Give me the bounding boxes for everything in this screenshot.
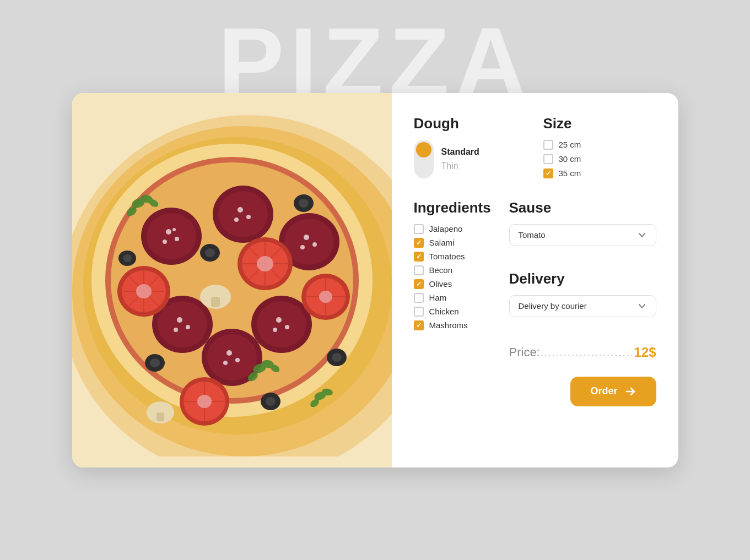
svg-point-24 — [177, 317, 182, 323]
svg-point-43 — [136, 284, 152, 298]
delivery-dropdown[interactable]: Delivery by courier — [509, 295, 656, 317]
chevron-down-icon — [637, 230, 647, 240]
svg-point-28 — [257, 301, 306, 347]
svg-point-15 — [246, 215, 251, 219]
ingredient-label-becon: Becon — [429, 265, 453, 275]
ingredient-checkbox-olives[interactable] — [414, 279, 424, 289]
svg-point-62 — [205, 248, 215, 257]
svg-point-21 — [300, 245, 305, 249]
ingredient-label-chicken: Chicken — [429, 307, 459, 316]
size-label-30: 30 cm — [559, 154, 581, 164]
delivery-selected-value: Delivery by courier — [519, 301, 587, 311]
svg-point-20 — [312, 242, 317, 247]
ingredient-label-mashroms: Mashroms — [429, 320, 468, 330]
size-option-30[interactable]: 30 cm — [543, 154, 656, 164]
sauce-section: Sause Tomato — [509, 199, 656, 246]
dough-section: Dough Standard Thin — [414, 115, 527, 178]
svg-point-7 — [147, 213, 196, 259]
size-title: Size — [543, 115, 656, 132]
order-button[interactable]: Order — [570, 377, 656, 406]
delivery-section: Delivery Delivery by courier — [509, 270, 656, 317]
svg-point-29 — [276, 317, 282, 323]
pizza-image-section — [72, 93, 392, 467]
ingredients-section: Ingredients Jalapeno Salami Tomatoes — [414, 199, 493, 395]
sauce-dropdown[interactable]: Tomato — [509, 224, 656, 246]
svg-point-14 — [238, 207, 243, 213]
arrow-right-icon — [624, 385, 636, 398]
ingredient-tomatoes[interactable]: Tomatoes — [414, 252, 493, 262]
size-checkbox-30[interactable] — [543, 154, 553, 164]
dough-thin-label[interactable]: Thin — [441, 161, 479, 171]
ingredient-mashroms[interactable]: Mashroms — [414, 320, 493, 330]
size-option-35[interactable]: 35 cm — [543, 168, 656, 178]
size-option-25[interactable]: 25 cm — [543, 140, 656, 150]
ingredient-olives[interactable]: Olives — [414, 279, 493, 289]
dough-ball-indicator — [416, 142, 431, 157]
size-label-35: 35 cm — [559, 168, 581, 178]
delivery-title: Delivery — [509, 270, 656, 287]
svg-point-36 — [223, 361, 228, 365]
svg-point-70 — [266, 397, 276, 406]
ingredient-jalapeno[interactable]: Jalapeno — [414, 224, 493, 234]
ingredient-checkbox-ham[interactable] — [414, 293, 424, 303]
svg-point-31 — [273, 328, 277, 332]
ingredient-salami[interactable]: Salami — [414, 238, 493, 248]
price-dots: ........................ — [540, 345, 634, 360]
svg-point-35 — [235, 358, 240, 362]
options-section: Dough Standard Thin Size 2 — [392, 93, 678, 467]
sauce-selected-value: Tomato — [519, 230, 546, 240]
price-label: Price: — [509, 345, 540, 360]
dough-labels: Standard Thin — [441, 147, 479, 171]
svg-point-33 — [207, 334, 257, 380]
right-column: Sause Tomato Delivery Delivery by courie… — [509, 199, 656, 406]
ingredient-chicken[interactable]: Chicken — [414, 307, 493, 317]
order-button-label: Order — [590, 385, 617, 397]
svg-point-16 — [234, 218, 239, 222]
ingredient-becon[interactable]: Becon — [414, 265, 493, 275]
svg-point-30 — [285, 325, 289, 329]
sauce-title: Sause — [509, 199, 656, 216]
svg-point-50 — [257, 256, 273, 271]
ingredient-label-salami: Salami — [429, 238, 455, 247]
ingredient-label-jalapeno: Jalapeno — [429, 224, 463, 233]
svg-point-9 — [175, 237, 179, 241]
ingredient-checkbox-becon[interactable] — [414, 265, 424, 275]
svg-point-8 — [166, 229, 171, 235]
svg-point-13 — [218, 191, 268, 237]
ingredient-label-tomatoes: Tomatoes — [429, 252, 465, 261]
svg-point-55 — [197, 395, 212, 408]
price-value: 12$ — [634, 345, 656, 360]
svg-point-11 — [172, 228, 176, 231]
size-label-25: 25 cm — [559, 140, 581, 149]
svg-point-60 — [319, 291, 332, 303]
svg-point-25 — [186, 325, 190, 329]
ingredient-checkbox-jalapeno[interactable] — [414, 224, 424, 234]
price-row: Price: ........................ 12$ — [509, 345, 656, 360]
dough-toggle[interactable]: Standard Thin — [414, 140, 527, 178]
ingredient-label-ham: Ham — [429, 293, 447, 302]
svg-point-26 — [174, 328, 178, 332]
dough-pill — [414, 140, 434, 178]
size-options: 25 cm 30 cm 35 cm — [543, 140, 656, 178]
size-checkbox-35[interactable] — [543, 168, 553, 178]
ingredient-ham[interactable]: Ham — [414, 293, 493, 303]
size-checkbox-25[interactable] — [543, 140, 553, 150]
ingredient-checkbox-salami[interactable] — [414, 238, 424, 248]
svg-point-72 — [123, 254, 132, 262]
size-section: Size 25 cm 30 cm 35 cm — [543, 115, 656, 178]
svg-point-23 — [158, 301, 207, 347]
ingredient-label-olives: Olives — [429, 279, 452, 289]
chevron-down-icon-delivery — [637, 301, 647, 311]
ingredient-checkbox-chicken[interactable] — [414, 307, 424, 317]
ingredient-list: Jalapeno Salami Tomatoes Becon — [414, 224, 493, 330]
svg-point-34 — [226, 350, 232, 356]
ingredient-checkbox-tomatoes[interactable] — [414, 252, 424, 262]
svg-rect-74 — [211, 297, 220, 307]
svg-point-66 — [150, 358, 160, 367]
dough-standard-label[interactable]: Standard — [441, 147, 479, 157]
ingredient-checkbox-mashroms[interactable] — [414, 320, 424, 330]
dough-title: Dough — [414, 115, 527, 132]
pizza-card: Dough Standard Thin Size 2 — [72, 93, 678, 467]
svg-point-19 — [304, 235, 309, 240]
svg-point-10 — [163, 240, 167, 244]
